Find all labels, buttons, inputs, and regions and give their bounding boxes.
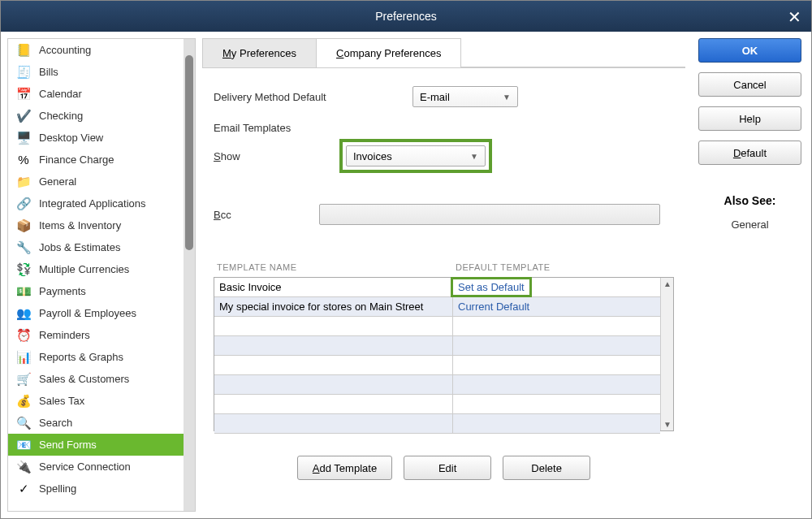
delivery-method-dropdown[interactable]: E-mail ▼ — [412, 86, 518, 107]
template-buttons: Add Template Edit Delete — [214, 456, 674, 480]
edit-button[interactable]: Edit — [404, 456, 491, 480]
sidebar-item-finance-charge[interactable]: %Finance Charge — [8, 149, 184, 171]
sidebar-icon: 🧾 — [16, 65, 31, 80]
sidebar-item-label: Service Connection — [39, 461, 131, 473]
sidebar-item-label: Accounting — [39, 44, 91, 56]
also-see-item[interactable]: General — [698, 218, 801, 231]
sidebar-item-search[interactable]: 🔍Search — [8, 412, 184, 434]
set-as-default-highlight[interactable]: Set as Default — [451, 277, 532, 297]
sidebar-icon: 💵 — [16, 284, 31, 299]
delete-button[interactable]: Delete — [503, 456, 590, 480]
sidebar-item-label: General — [39, 175, 76, 188]
sidebar-item-multiple-currencies[interactable]: 💱Multiple Currencies — [8, 258, 184, 280]
sidebar-item-label: Reports & Graphs — [39, 351, 123, 363]
show-dropdown[interactable]: Invoices ▼ — [346, 145, 486, 167]
sidebar-item-send-forms[interactable]: 📧Send Forms — [8, 434, 184, 456]
scroll-thumb[interactable] — [185, 55, 193, 250]
sidebar-icon: % — [16, 153, 31, 167]
close-icon[interactable]: ✕ — [788, 7, 801, 27]
sidebar-item-spelling[interactable]: ✓Spelling — [8, 478, 184, 500]
table-row — [214, 375, 660, 395]
template-name-cell — [214, 395, 453, 413]
table-row[interactable]: My special invoice for stores on Main St… — [214, 297, 660, 317]
sidebar-item-payroll-employees[interactable]: 👥Payroll & Employees — [8, 302, 184, 324]
sidebar-item-reports-graphs[interactable]: 📊Reports & Graphs — [8, 346, 184, 368]
table-row — [214, 317, 660, 336]
sidebar-item-label: Integrated Applications — [39, 197, 146, 210]
column-header-name: TEMPLATE NAME — [217, 262, 456, 272]
tab-company-preferences[interactable]: Company Preferences — [316, 38, 461, 67]
sidebar-icon: 📁 — [16, 175, 31, 189]
table-scrollbar[interactable]: ▲ ▼ — [660, 278, 673, 430]
sidebar-container: 📒Accounting🧾Bills📅Calendar✔️Checking🖥️De… — [7, 38, 196, 512]
sidebar: 📒Accounting🧾Bills📅Calendar✔️Checking🖥️De… — [8, 39, 184, 511]
window-title: Preferences — [375, 10, 436, 23]
default-button[interactable]: Default — [698, 141, 801, 165]
template-name-cell — [214, 414, 453, 433]
sidebar-icon: 👥 — [16, 306, 31, 321]
sidebar-item-label: Items & Inventory — [39, 219, 121, 231]
tab-my-preferences[interactable]: My Preferences — [202, 38, 317, 67]
add-template-button[interactable]: Add Template — [297, 456, 392, 480]
sidebar-icon: ✔️ — [16, 109, 31, 123]
sidebar-icon: 🛒 — [16, 372, 31, 387]
sidebar-item-checking[interactable]: ✔️Checking — [8, 105, 184, 127]
bcc-input[interactable] — [319, 204, 660, 225]
table-row — [214, 395, 660, 414]
center-pane: My Preferences Company Preferences Deliv… — [202, 38, 685, 512]
show-label: Show — [214, 150, 339, 162]
sidebar-icon: 🔗 — [16, 197, 31, 211]
sidebar-item-label: Send Forms — [39, 439, 97, 451]
sidebar-item-sales-customers[interactable]: 🛒Sales & Customers — [8, 368, 184, 390]
sidebar-item-label: Spelling — [39, 482, 76, 495]
templates-table: TEMPLATE NAME DEFAULT TEMPLATE Basic Inv… — [214, 262, 674, 431]
sidebar-icon: 🔌 — [16, 460, 31, 474]
sidebar-scrollbar[interactable] — [184, 39, 195, 511]
sidebar-item-label: Desktop View — [39, 132, 103, 144]
sidebar-item-label: Multiple Currencies — [39, 263, 129, 275]
title-bar: Preferences ✕ — [1, 1, 811, 32]
help-button[interactable]: Help — [698, 106, 801, 131]
also-see-title: Also See: — [698, 194, 801, 207]
row-email-templates: Email Templates — [214, 122, 674, 134]
default-template-cell[interactable]: Set as Default — [453, 279, 660, 295]
ok-button[interactable]: OK — [698, 38, 801, 63]
sidebar-item-reminders[interactable]: ⏰Reminders — [8, 324, 184, 346]
chevron-down-icon: ▼ — [470, 152, 478, 161]
sidebar-icon: 🖥️ — [16, 131, 31, 145]
sidebar-item-accounting[interactable]: 📒Accounting — [8, 39, 184, 61]
sidebar-icon: ✓ — [16, 482, 31, 496]
sidebar-icon: ⏰ — [16, 328, 31, 343]
table-row[interactable]: Basic InvoiceSet as Default — [214, 278, 660, 297]
row-show: Show Invoices ▼ — [214, 139, 674, 173]
sidebar-item-sales-tax[interactable]: 💰Sales Tax — [8, 390, 184, 412]
sidebar-item-desktop-view[interactable]: 🖥️Desktop View — [8, 127, 184, 149]
sidebar-icon: 📊 — [16, 350, 31, 365]
sidebar-item-payments[interactable]: 💵Payments — [8, 280, 184, 302]
preferences-window: Preferences ✕ 📒Accounting🧾Bills📅Calendar… — [0, 0, 812, 519]
cancel-button[interactable]: Cancel — [698, 72, 801, 97]
sidebar-item-bills[interactable]: 🧾Bills — [8, 61, 184, 83]
sidebar-item-calendar[interactable]: 📅Calendar — [8, 83, 184, 105]
sidebar-item-label: Finance Charge — [39, 154, 114, 166]
preferences-content: Delivery Method Default E-mail ▼ Email T… — [202, 68, 685, 512]
table-rows: Basic InvoiceSet as DefaultMy special in… — [214, 278, 660, 430]
scroll-down-icon[interactable]: ▼ — [663, 420, 672, 429]
sidebar-item-integrated-applications[interactable]: 🔗Integrated Applications — [8, 192, 184, 214]
sidebar-item-general[interactable]: 📁General — [8, 171, 184, 192]
sidebar-item-items-inventory[interactable]: 📦Items & Inventory — [8, 214, 184, 236]
sidebar-item-service-connection[interactable]: 🔌Service Connection — [8, 456, 184, 478]
sidebar-item-label: Reminders — [39, 329, 90, 341]
sidebar-icon: 📅 — [16, 87, 31, 102]
delivery-method-value: E-mail — [420, 91, 450, 103]
chevron-down-icon: ▼ — [503, 93, 511, 102]
table-row — [214, 356, 660, 375]
default-template-cell[interactable]: Current Default — [453, 301, 660, 313]
scroll-up-icon[interactable]: ▲ — [663, 279, 672, 288]
sidebar-icon: 📒 — [16, 43, 31, 58]
template-name-cell — [214, 336, 453, 355]
sidebar-item-jobs-estimates[interactable]: 🔧Jobs & Estimates — [8, 236, 184, 258]
template-name-cell: My special invoice for stores on Main St… — [214, 297, 453, 316]
email-templates-label: Email Templates — [214, 122, 339, 134]
row-bcc: Bcc — [214, 204, 674, 225]
